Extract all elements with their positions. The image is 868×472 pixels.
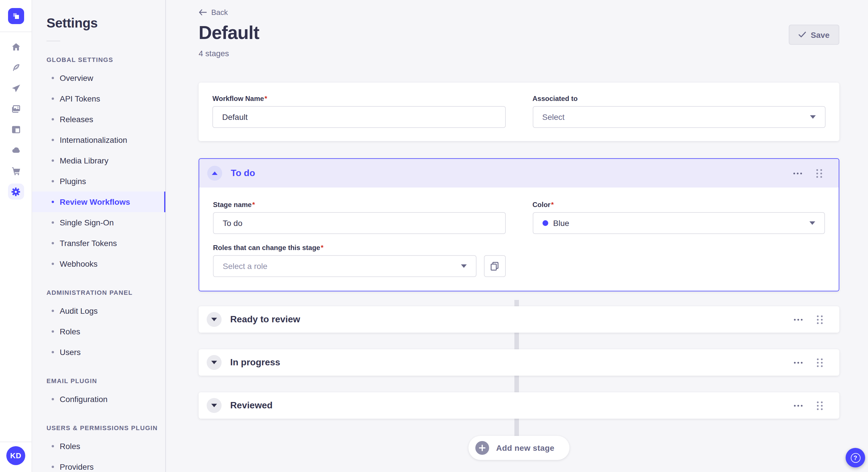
section-users-permissions-plugin: USERS & PERMISSIONS PLUGIN (46, 425, 165, 431)
required-mark: * (265, 95, 267, 103)
cart-icon[interactable] (8, 163, 24, 179)
stage-title: In progress (230, 357, 280, 368)
drag-handle-icon[interactable] (815, 167, 824, 179)
sidebar-item-releases[interactable]: Releases (32, 109, 165, 130)
stage-name-field: Stage name* (213, 201, 505, 234)
workflow-name-input[interactable] (212, 106, 505, 128)
color-swatch-blue (542, 220, 548, 226)
back-link[interactable]: Back (198, 8, 228, 16)
images-icon[interactable] (8, 101, 24, 117)
expand-stage-button[interactable] (207, 355, 222, 370)
add-new-stage-button[interactable]: Add new stage (469, 436, 569, 460)
help-button[interactable]: ? (846, 448, 865, 467)
bullet-icon (52, 98, 54, 100)
bullet-icon (52, 222, 54, 224)
stage-title: Reviewed (230, 400, 273, 411)
sidebar-item-api-tokens[interactable]: API Tokens (32, 88, 165, 109)
expand-stage-button[interactable] (207, 398, 222, 413)
bullet-icon (52, 139, 54, 141)
save-button[interactable]: Save (789, 25, 839, 45)
chevron-down-icon (211, 361, 217, 364)
associated-to-label: Associated to (532, 95, 826, 103)
stage-color-label: Color* (532, 201, 825, 209)
chevron-down-icon (810, 115, 816, 119)
strapi-logo[interactable] (8, 8, 24, 24)
sidebar-item-plugins[interactable]: Plugins (32, 171, 165, 192)
collapse-stage-button[interactable] (207, 166, 222, 181)
chevron-down-icon (211, 404, 217, 407)
associated-to-select[interactable]: Select (532, 106, 826, 128)
drag-handle-icon[interactable] (815, 357, 825, 369)
stage-options-menu-icon[interactable] (793, 316, 804, 323)
chevron-down-icon (809, 222, 815, 225)
sidebar-item-up-providers[interactable]: Providers (32, 457, 165, 472)
sidebar-item-transfer-tokens[interactable]: Transfer Tokens (32, 233, 165, 254)
main-content: Back Default Save 4 stages Workflow Name… (166, 0, 868, 472)
duplicate-stage-button[interactable] (484, 255, 505, 277)
sidebar-item-single-sign-on[interactable]: Single Sign-On (32, 212, 165, 233)
stage-color-value: Blue (553, 218, 804, 228)
workflow-name-field: Workflow Name* (212, 95, 505, 128)
bullet-icon (52, 118, 54, 121)
user-avatar[interactable]: KD (6, 446, 25, 465)
stage-roles-field: Roles that can change this stage* Select… (213, 244, 505, 277)
bullet-icon (52, 445, 54, 447)
icon-rail: KD (0, 0, 32, 472)
stage-options-menu-icon[interactable] (793, 359, 804, 366)
copy-icon (490, 262, 499, 271)
stage-name-label: Stage name* (213, 201, 505, 209)
stage-body-todo: Stage name* Color* Blue Roles that can c… (199, 188, 839, 291)
plus-icon (476, 441, 489, 455)
stage-name-input[interactable] (213, 212, 505, 234)
stage-options-menu-icon[interactable] (793, 402, 804, 409)
sidebar-item-admin-users[interactable]: Users (32, 342, 165, 363)
feather-icon[interactable] (8, 60, 24, 76)
sidebar-item-admin-roles[interactable]: Roles (32, 321, 165, 342)
settings-subnav: Settings GLOBAL SETTINGS Overview API To… (32, 0, 166, 472)
stage-header-todo[interactable]: To do (199, 159, 839, 188)
chevron-up-icon (212, 171, 218, 175)
back-arrow-icon (198, 9, 207, 15)
stage-row-in-progress[interactable]: In progress (198, 349, 839, 376)
bullet-icon (52, 242, 54, 244)
sidebar-item-email-configuration[interactable]: Configuration (32, 389, 165, 409)
required-mark: * (551, 201, 554, 209)
bullet-icon (52, 310, 54, 312)
home-icon[interactable] (8, 39, 24, 55)
sidebar-item-up-roles[interactable]: Roles (32, 436, 165, 457)
sidebar-item-overview[interactable]: Overview (32, 68, 165, 88)
sidebar-item-internationalization[interactable]: Internationalization (32, 130, 165, 150)
sidebar-item-webhooks[interactable]: Webhooks (32, 254, 165, 274)
stage-panel-todo: To do Stage name* Color* Blue (198, 158, 839, 291)
subnav-divider (46, 41, 60, 41)
question-icon: ? (850, 453, 860, 463)
logo-section (0, 0, 32, 32)
section-email-plugin: EMAIL PLUGIN (46, 377, 165, 384)
stage-color-select[interactable]: Blue (532, 212, 825, 234)
section-administration-panel: ADMINISTRATION PANEL (46, 289, 165, 296)
sidebar-item-review-workflows[interactable]: Review Workflows (32, 192, 165, 212)
drag-handle-icon[interactable] (815, 400, 825, 411)
stage-row-reviewed[interactable]: Reviewed (198, 392, 839, 419)
bullet-icon (52, 466, 54, 468)
stage-roles-select[interactable]: Select a role (213, 255, 476, 277)
stage-row-ready-to-review[interactable]: Ready to review (198, 306, 839, 333)
chevron-down-icon (461, 264, 466, 268)
sidebar-item-audit-logs[interactable]: Audit Logs (32, 301, 165, 321)
stage-count: 4 stages (198, 49, 839, 58)
stage-options-menu-icon[interactable] (792, 170, 803, 176)
sidebar-item-media-library[interactable]: Media Library (32, 150, 165, 171)
check-icon (799, 32, 806, 38)
paper-plane-icon[interactable] (8, 80, 24, 96)
required-mark: * (252, 201, 255, 209)
gear-icon[interactable] (8, 183, 24, 200)
bullet-icon (52, 351, 54, 353)
layout-icon[interactable] (8, 122, 24, 138)
associated-to-value: Select (542, 112, 805, 122)
cloud-icon[interactable] (8, 142, 24, 158)
drag-handle-icon[interactable] (815, 313, 825, 326)
bullet-icon (52, 160, 54, 162)
expand-stage-button[interactable] (207, 312, 222, 327)
stage-roles-placeholder: Select a role (223, 262, 456, 271)
stage-color-field: Color* Blue (532, 201, 825, 234)
